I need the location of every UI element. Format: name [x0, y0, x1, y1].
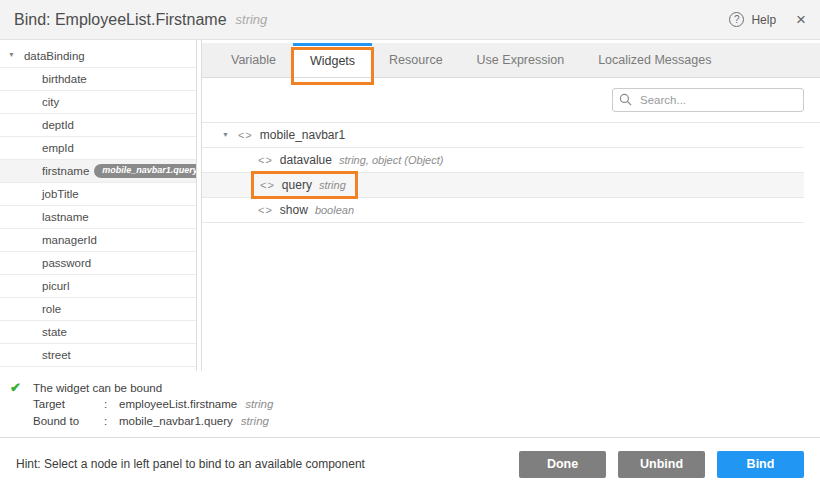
bind-button[interactable]: Bind: [717, 451, 804, 478]
help-icon: ?: [729, 12, 744, 27]
widget-code-icon: <>: [258, 204, 273, 216]
tree-node-datavalue[interactable]: <> datavalue string, object (Object): [202, 148, 804, 173]
tab-bar: Variable Widgets Resource Use Expression…: [202, 43, 820, 78]
status-message: The widget can be bound: [33, 382, 162, 394]
tab-variable[interactable]: Variable: [214, 43, 293, 77]
sidebar-item-label: firstname: [42, 160, 89, 182]
tree-node-type: string: [319, 179, 346, 191]
sidebar-item-label: role: [42, 298, 61, 320]
sidebar-item-label: street: [42, 344, 71, 366]
sidebar-item-label: jobTitle: [42, 183, 79, 205]
tree-node-query[interactable]: <> query string: [202, 173, 804, 198]
tab-label: Widgets: [310, 54, 355, 68]
search-input[interactable]: [612, 88, 804, 112]
sidebar-item-street[interactable]: street: [0, 344, 196, 367]
status-boundto-type: string: [241, 415, 269, 427]
sidebar-item-label: picurl: [42, 275, 69, 297]
sidebar-item-firstname[interactable]: firstname mobile_navbar1.query: [0, 160, 196, 183]
help-label: Help: [751, 13, 776, 27]
status-colon: :: [104, 397, 119, 412]
sidebar-item-empid[interactable]: empId: [0, 137, 196, 160]
sidebar-item-deptid[interactable]: deptId: [0, 114, 196, 137]
tree-node-mobile-navbar1[interactable]: ▼ <> mobile_navbar1: [202, 123, 804, 148]
dialog-footer: Hint: Select a node in left panel to bin…: [0, 437, 820, 490]
sidebar-item-state[interactable]: state: [0, 321, 196, 344]
dialog-header: Bind: EmployeeList.Firstname string ? He…: [0, 0, 820, 40]
tree-node-show[interactable]: <> show boolean: [202, 198, 804, 223]
binding-badge: mobile_navbar1.query: [94, 164, 197, 178]
sidebar-item-label: password: [42, 252, 91, 274]
bind-dialog: Bind: EmployeeList.Firstname string ? He…: [0, 0, 820, 490]
dialog-title-type: string: [236, 12, 268, 27]
close-icon[interactable]: ×: [796, 11, 806, 28]
sidebar-item-role[interactable]: role: [0, 298, 196, 321]
status-target-value: employeeList.firstname: [119, 398, 237, 410]
tab-widgets[interactable]: Widgets: [293, 43, 372, 77]
tree-node-label: query: [282, 178, 312, 192]
tab-use-expression[interactable]: Use Expression: [460, 43, 582, 77]
sidebar-item-label: birthdate: [42, 68, 87, 90]
sidebar-item-databinding[interactable]: ▼ dataBinding: [0, 45, 196, 68]
widget-code-icon: <>: [238, 129, 253, 141]
tree-node-label: datavalue: [280, 153, 332, 167]
tree-node-type: string, object (Object): [339, 154, 444, 166]
widget-code-icon: <>: [260, 179, 275, 191]
unbind-button[interactable]: Unbind: [618, 451, 705, 478]
widget-code-icon: <>: [258, 154, 273, 166]
caret-down-icon: ▼: [8, 44, 15, 66]
sidebar-item-password[interactable]: password: [0, 252, 196, 275]
status-boundto-row: Bound to : mobile_navbar1.querystring: [33, 414, 820, 429]
sidebar-item-label: empId: [42, 137, 74, 159]
status-label: Target: [33, 397, 104, 412]
tree-node-label: mobile_navbar1: [260, 128, 345, 142]
hint-text: Hint: Select a node in left panel to bin…: [16, 457, 365, 471]
tab-resource[interactable]: Resource: [372, 43, 460, 77]
status-boundto-value: mobile_navbar1.query: [119, 415, 233, 427]
help-button[interactable]: ? Help: [729, 12, 776, 27]
sidebar-item-lastname[interactable]: lastname: [0, 206, 196, 229]
binding-status: ✔ The widget can be bound Target : emplo…: [0, 371, 820, 437]
sidebar-item-label: dataBinding: [24, 45, 85, 67]
sidebar-item-picurl[interactable]: picurl: [0, 275, 196, 298]
bind-source-panel: Variable Widgets Resource Use Expression…: [201, 40, 820, 371]
sidebar-item-jobtitle[interactable]: jobTitle: [0, 183, 196, 206]
status-target-type: string: [245, 398, 273, 410]
status-colon: :: [104, 414, 119, 429]
tree-node-type: boolean: [315, 204, 354, 216]
search-icon: [619, 93, 632, 106]
sidebar-item-label: deptId: [42, 114, 74, 136]
check-icon: ✔: [8, 380, 33, 395]
done-button[interactable]: Done: [519, 451, 606, 478]
dialog-title: Bind: EmployeeList.Firstname: [14, 11, 227, 29]
sidebar-item-label: lastname: [42, 206, 89, 228]
widgets-tree: ▼ <> mobile_navbar1 <> datavalue string,…: [202, 123, 820, 223]
left-binding-tree: ▼ dataBinding birthdate city deptId empI…: [0, 40, 197, 371]
tree-node-label: show: [280, 203, 308, 217]
status-target-row: Target : employeeList.firstnamestring: [33, 397, 820, 412]
sidebar-item-managerid[interactable]: managerId: [0, 229, 196, 252]
sidebar-item-label: state: [42, 321, 67, 343]
sidebar-item-city[interactable]: city: [0, 91, 196, 114]
sidebar-item-label: managerId: [42, 229, 97, 251]
search-row: [202, 78, 820, 123]
sidebar-item-label: city: [42, 91, 59, 113]
caret-down-icon: ▼: [222, 131, 229, 138]
sidebar-item-birthdate[interactable]: birthdate: [0, 68, 196, 91]
tab-localized-messages[interactable]: Localized Messages: [581, 43, 728, 77]
status-label: Bound to: [33, 414, 104, 429]
